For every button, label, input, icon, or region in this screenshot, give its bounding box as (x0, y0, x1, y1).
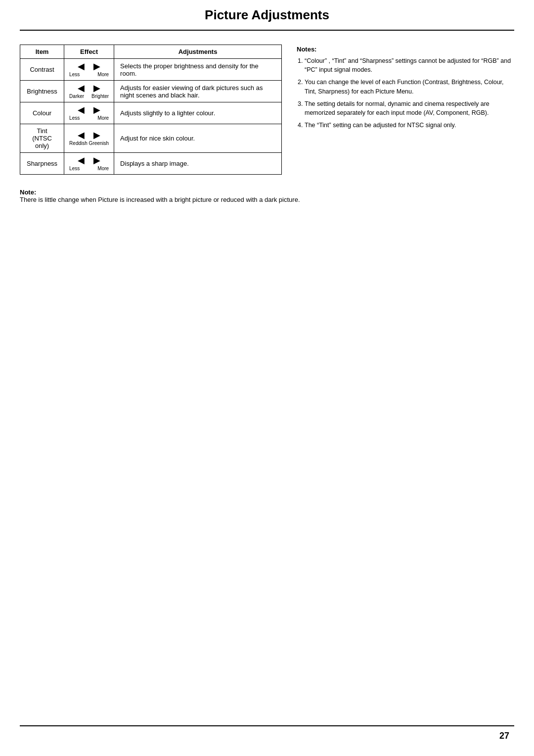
notes-title: Notes: (297, 45, 514, 54)
adjustment-colour: Adjusts slightly to a lighter colour. (114, 102, 282, 124)
left-label: Reddish (69, 141, 88, 146)
list-item: The setting details for normal, dynamic … (305, 99, 514, 118)
left-label: Less (69, 72, 80, 77)
item-brightness: Brightness (20, 81, 64, 102)
right-arrow-icon: ▶ (93, 156, 100, 165)
table-row: Colour ◀ ▶ Less More (20, 102, 282, 124)
item-tint: Tint(NTSC only) (20, 124, 64, 153)
effect-sharpness: ◀ ▶ Less More (64, 153, 114, 175)
left-arrow-icon: ◀ (78, 131, 85, 140)
right-label: Greenish (89, 141, 109, 146)
col-header-effect: Effect (64, 45, 114, 59)
col-header-item: Item (20, 45, 64, 59)
left-arrow-icon: ◀ (78, 105, 85, 114)
bottom-note-text: There is little change when Picture is i… (20, 196, 300, 203)
bottom-note: Note: There is little change when Pictur… (20, 189, 514, 203)
effect-tint: ◀ ▶ Reddish Greenish (64, 124, 114, 153)
left-arrow-icon: ◀ (78, 84, 85, 93)
left-label: Darker (69, 94, 84, 99)
right-arrow-icon: ▶ (93, 105, 100, 114)
effect-colour: ◀ ▶ Less More (64, 102, 114, 124)
adjustment-contrast: Selects the proper brightness and densit… (114, 59, 282, 81)
adjustments-table: Item Effect Adjustments Contrast ◀ ▶ (20, 45, 282, 175)
page-number: 27 (499, 731, 509, 741)
bottom-border-line (20, 725, 514, 726)
effect-contrast: ◀ ▶ Less More (64, 59, 114, 81)
page-title: Picture Adjustments (0, 7, 534, 23)
effect-brightness: ◀ ▶ Darker Brighter (64, 81, 114, 102)
left-label: Less (69, 166, 80, 171)
list-item: “Colour” , “Tint” and “Sharpness” settin… (305, 56, 514, 75)
right-label: More (97, 72, 109, 77)
item-colour: Colour (20, 102, 64, 124)
table-row: Contrast ◀ ▶ Less More (20, 59, 282, 81)
left-arrow-icon: ◀ (78, 156, 85, 165)
right-label: More (97, 166, 109, 171)
top-section: Item Effect Adjustments Contrast ◀ ▶ (20, 45, 514, 175)
list-item: You can change the level of each Functio… (305, 78, 514, 96)
item-contrast: Contrast (20, 59, 64, 81)
right-label: Brighter (91, 94, 109, 99)
notes-section: Notes: “Colour” , “Tint” and “Sharpness”… (297, 45, 514, 175)
right-label: More (97, 115, 109, 121)
notes-list: “Colour” , “Tint” and “Sharpness” settin… (297, 56, 514, 130)
bottom-note-label: Note: (20, 189, 36, 196)
left-label: Less (69, 115, 80, 121)
col-header-adjustments: Adjustments (114, 45, 282, 59)
list-item: The “Tint” setting can be adjusted for N… (305, 121, 514, 130)
adjustment-tint: Adjust for nice skin colour. (114, 124, 282, 153)
table-row: Sharpness ◀ ▶ Less More (20, 153, 282, 175)
main-content: Item Effect Adjustments Contrast ◀ ▶ (20, 40, 514, 203)
left-arrow-icon: ◀ (78, 62, 85, 71)
right-arrow-icon: ▶ (93, 131, 100, 140)
table-row: Tint(NTSC only) ◀ ▶ Reddish Greenish (20, 124, 282, 153)
adjustment-brightness: Adjusts for easier viewing of dark pictu… (114, 81, 282, 102)
right-arrow-icon: ▶ (93, 62, 100, 71)
right-arrow-icon: ▶ (93, 84, 100, 93)
item-sharpness: Sharpness (20, 153, 64, 175)
adjustment-sharpness: Displays a sharp image. (114, 153, 282, 175)
table-row: Brightness ◀ ▶ Darker Brighter (20, 81, 282, 102)
top-border-line (20, 30, 514, 31)
